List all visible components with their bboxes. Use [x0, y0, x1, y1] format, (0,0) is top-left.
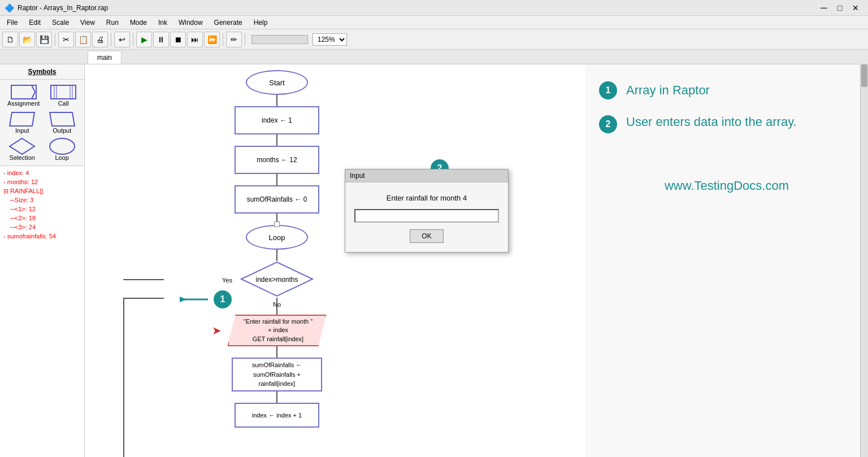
index-label: index ← 1: [262, 116, 292, 124]
fc-index-assign: index ← 1: [164, 106, 390, 146]
fast-forward-button[interactable]: ⏩: [204, 32, 220, 47]
svg-line-2: [32, 92, 35, 99]
input-output-label: "Enter rainfall for month "+ indexGET ra…: [244, 317, 313, 343]
line-after-input: [276, 346, 277, 358]
pen-button[interactable]: ✏: [226, 32, 242, 47]
selection-label: Selection: [10, 154, 35, 161]
condition-label: index>months: [255, 276, 298, 284]
left-arrow-svg: [180, 294, 214, 305]
exec-arrow: ➤: [212, 324, 222, 337]
var-months: - months: 12: [3, 177, 81, 186]
menu-scale[interactable]: Scale: [47, 18, 73, 28]
new-button[interactable]: 🗋: [2, 32, 18, 47]
var-index: - index: 4: [3, 168, 81, 177]
symbol-input[interactable]: Input: [8, 111, 36, 134]
menu-mode[interactable]: Mode: [125, 18, 151, 28]
menu-window[interactable]: Window: [174, 18, 207, 28]
menu-bar: File Edit Scale View Run Mode Ink Window…: [0, 16, 868, 29]
zoom-select[interactable]: 75% 100% 125% 150% 200%: [313, 33, 347, 46]
toolbar: 🗋 📂 💾 ✂ 📋 🖨 ↩ ▶ ⏸ ⏹ ⏭ ⏩ ✏ 75% 100% 125% …: [0, 29, 868, 50]
cut-button[interactable]: ✂: [58, 32, 74, 47]
canvas-area[interactable]: Start index ← 1 months ← 12: [85, 64, 868, 457]
symbol-loop[interactable]: Loop: [49, 138, 76, 161]
menu-edit[interactable]: Edit: [24, 18, 45, 28]
yes-line-h: [123, 279, 164, 280]
var-2: ─<2>: 18: [3, 214, 81, 223]
svg-rect-5: [70, 85, 72, 99]
output-label: Output: [53, 127, 71, 134]
annotation-1-text: Array in Raptor: [626, 82, 710, 99]
fc-start: Start: [164, 70, 390, 106]
input-label: Input: [15, 127, 29, 134]
symbols-panel: Symbols Assignment: [0, 64, 85, 457]
start-label: Start: [269, 79, 284, 87]
progress-bar: [251, 35, 308, 44]
badge1-container: 1: [180, 290, 232, 308]
fc-branch: index>months Yes No ➤ "Enter rainfall fo…: [164, 261, 390, 428]
symbol-call[interactable]: Call: [50, 84, 77, 107]
menu-view[interactable]: View: [76, 18, 99, 28]
menu-help[interactable]: Help: [249, 18, 272, 28]
menu-generate[interactable]: Generate: [210, 18, 247, 28]
minimize-button[interactable]: ─: [816, 0, 832, 16]
loop-shape: [49, 138, 76, 154]
menu-file[interactable]: File: [2, 18, 22, 28]
symbol-assignment[interactable]: Assignment: [7, 84, 40, 107]
scrollbar-thumb[interactable]: [861, 64, 867, 87]
close-button[interactable]: ✕: [848, 0, 863, 16]
dialog-title: Input: [345, 169, 508, 182]
annotation-2-text: User enters data into the array.: [626, 114, 797, 130]
website-container: www.TestingDocs.com: [599, 179, 854, 193]
symbol-selection[interactable]: Selection: [8, 138, 36, 161]
annotation-panel: 1 Array in Raptor 2 User enters data int…: [585, 64, 868, 457]
maximize-button[interactable]: □: [832, 0, 848, 16]
condition-diamond: index>months: [240, 261, 314, 298]
sum-update-rect: sumOfRainfalls ←sumOfRainfalls +rainfall…: [232, 358, 322, 391]
separator-2: [111, 33, 111, 46]
tab-main[interactable]: main: [88, 51, 121, 64]
print-button[interactable]: 🖨: [92, 32, 108, 47]
svg-rect-3: [51, 85, 76, 99]
line-after-sum: [276, 391, 277, 403]
copy-button[interactable]: 📋: [75, 32, 91, 47]
symbol-output[interactable]: Output: [49, 111, 76, 134]
dialog-ok-button[interactable]: OK: [410, 229, 443, 243]
run-button[interactable]: ▶: [136, 32, 152, 47]
pause-button[interactable]: ⏸: [153, 32, 169, 47]
separator-3: [133, 33, 133, 46]
step-button[interactable]: ⏭: [187, 32, 203, 47]
yes-label: Yes: [222, 277, 232, 284]
line-1: [276, 95, 277, 106]
open-button[interactable]: 📂: [19, 32, 35, 47]
separator-1: [55, 33, 55, 46]
var-rainfall-arr: ⊟ RAINFALL[]: [3, 186, 81, 195]
badge-1: 1: [599, 81, 617, 99]
dialog-input-field[interactable]: [354, 209, 499, 223]
index-rect: index ← 1: [235, 106, 319, 134]
separator-4: [223, 33, 223, 46]
loop-back-line-h: [123, 298, 164, 299]
loop-oval: Loop: [246, 225, 308, 250]
undo-button[interactable]: ↩: [114, 32, 130, 47]
svg-point-9: [50, 138, 75, 154]
stop-button[interactable]: ⏹: [170, 32, 186, 47]
main-layout: Symbols Assignment: [0, 64, 868, 457]
dialog-body: Enter rainfall for month 4 OK: [345, 182, 508, 252]
menu-run[interactable]: Run: [102, 18, 123, 28]
line-2: [276, 134, 277, 146]
annotation-1: 1 Array in Raptor: [599, 81, 854, 99]
svg-marker-7: [50, 112, 75, 126]
symbols-header: Symbols: [0, 64, 84, 80]
menu-ink[interactable]: Ink: [154, 18, 172, 28]
var-3: ─<3>: 24: [3, 223, 81, 232]
loop-back-line-v: [123, 298, 124, 457]
line-5: [276, 250, 277, 261]
symbol-items: Assignment Call: [0, 80, 84, 166]
save-button[interactable]: 💾: [36, 32, 52, 47]
scrollbar-v[interactable]: [860, 64, 868, 457]
variables-panel: - index: 4 - months: 12 ⊟ RAINFALL[] ─Si…: [0, 166, 84, 457]
var-badge: 1: [214, 290, 232, 308]
var-1: ─<1>: 12: [3, 204, 81, 214]
website-text: www.TestingDocs.com: [599, 179, 854, 193]
months-label: months ← 12: [257, 156, 297, 164]
